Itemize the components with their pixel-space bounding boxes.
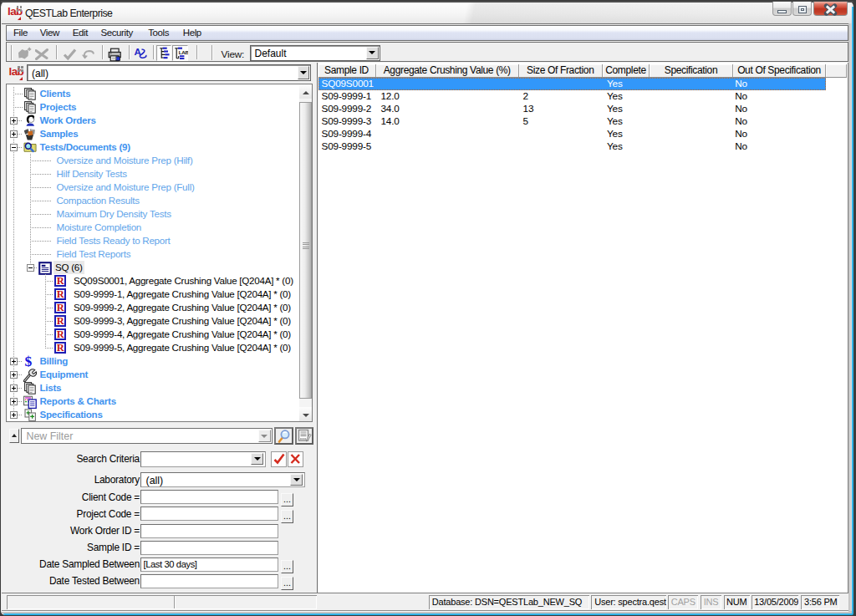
svg-text:LAB: LAB bbox=[179, 49, 188, 55]
